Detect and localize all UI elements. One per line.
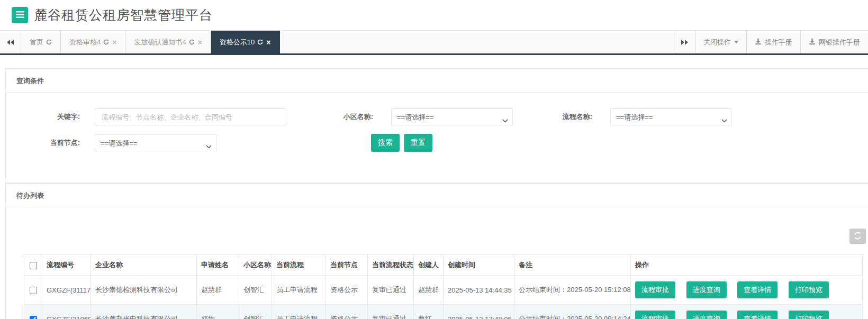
bank-operation-manual-label: 网银操作手册 — [819, 38, 860, 47]
cell-process-status: 复审已通过 — [368, 276, 414, 305]
cell-current-process: 员工申请流程 — [272, 305, 326, 319]
col-remark: 备注 — [514, 255, 631, 276]
col-process-no: 流程编号 — [42, 255, 91, 276]
process-name-select[interactable]: ==请选择== — [610, 108, 732, 125]
select-all-checkbox[interactable] — [30, 262, 37, 269]
cell-current-node: 资格公示 — [326, 276, 368, 305]
query-panel: 查询条件 关键字: 小区名称: ==请选择== 流程名称: ==请选择== — [5, 68, 868, 180]
tab-label: 资格公示10 — [220, 38, 255, 47]
tab-close-icon[interactable]: × — [266, 38, 270, 47]
cell-remark: 公示结束时间：2025-05-20 09:14:24 — [514, 305, 631, 319]
cell-created-at: 2025-05-13 14:44:35 — [444, 276, 514, 305]
table-row: GXGZF(31117) 长沙崇德检测科技有限公司 赵慧群 创智汇 员工申请流程… — [24, 276, 863, 305]
cell-community: 创智汇 — [239, 276, 272, 305]
cell-applicant: 赵慧群 — [197, 276, 239, 305]
tab-label: 首页 — [30, 38, 43, 47]
community-name-label: 小区名称: — [304, 112, 373, 122]
close-operations-label: 关闭操作 — [703, 38, 731, 47]
progress-query-button[interactable]: 进度查询 — [686, 311, 727, 319]
cell-creator: 曹红 — [414, 305, 444, 319]
tab-refresh-icon[interactable] — [257, 39, 263, 45]
current-node-select[interactable]: ==请选择== — [95, 134, 216, 151]
cell-remark: 公示结束时间：2025-05-20 15:12:08 — [514, 276, 631, 305]
cell-company: 长沙崇德检测科技有限公司 — [91, 276, 197, 305]
table-area: 流程编号 企业名称 申请姓名 小区名称 当前流程 当前节点 当前流程状态 创建人… — [6, 254, 868, 319]
caret-down-icon — [734, 41, 738, 43]
progress-query-button[interactable]: 进度查询 — [686, 281, 727, 298]
tab-close-icon[interactable]: × — [198, 38, 202, 47]
keyword-label: 关键字: — [19, 112, 80, 122]
todo-panel-title: 待办列表 — [6, 183, 868, 207]
cell-actions: 流程审批 进度查询 查看详情 打印预览 — [631, 305, 863, 319]
tab-refresh-icon[interactable] — [189, 39, 195, 45]
cell-process-status: 复审已通过 — [368, 305, 414, 319]
community-name-select[interactable]: ==请选择== — [391, 108, 513, 125]
operation-manual-label: 操作手册 — [765, 38, 792, 47]
content-wrapper: 查询条件 关键字: 小区名称: ==请选择== 流程名称: ==请选择== — [0, 55, 868, 319]
row-checkbox[interactable] — [30, 316, 37, 319]
row-checkbox[interactable] — [30, 287, 37, 294]
table-toolbar — [6, 207, 868, 254]
view-details-button[interactable]: 查看详情 — [737, 311, 777, 319]
tab-qualification-publicity[interactable]: 资格公示10 × — [211, 31, 280, 53]
tab-issue-confirmation-notice[interactable]: 发放确认通知书4 × — [125, 31, 211, 53]
col-creator: 创建人 — [414, 255, 444, 276]
tab-refresh-icon[interactable] — [103, 39, 109, 45]
todo-panel: 待办列表 — [5, 183, 868, 319]
table-header-row: 流程编号 企业名称 申请姓名 小区名称 当前流程 当前节点 当前流程状态 创建人… — [24, 255, 863, 276]
query-panel-title: 查询条件 — [6, 68, 868, 93]
cell-creator: 赵慧群 — [414, 276, 444, 305]
cell-actions: 流程审批 进度查询 查看详情 打印预览 — [631, 276, 863, 305]
col-process-status: 当前流程状态 — [368, 255, 414, 276]
process-name-label: 流程名称: — [529, 112, 592, 122]
reset-button[interactable]: 重置 — [404, 134, 432, 152]
print-preview-button[interactable]: 打印预览 — [789, 281, 829, 298]
double-chevron-right-icon — [681, 38, 688, 47]
tabbar-spacer — [280, 31, 674, 53]
table-reload-button[interactable] — [849, 229, 866, 244]
process-approval-button[interactable]: 流程审批 — [635, 281, 675, 298]
refresh-icon — [854, 232, 862, 241]
tab-qualification-review[interactable]: 资格审核4 × — [61, 31, 125, 53]
cell-created-at: 2025-05-12 17:48:05 — [444, 305, 514, 319]
cell-applicant: 邓均 — [197, 305, 239, 319]
tab-close-icon[interactable]: × — [112, 38, 116, 47]
query-form: 关键字: 小区名称: ==请选择== 流程名称: ==请选择== — [6, 93, 868, 180]
print-preview-button[interactable]: 打印预览 — [789, 311, 829, 319]
table-row: GXGZF(31069) 长沙麓邦光电科技有限公司 邓均 创智汇 员工申请流程 … — [24, 305, 863, 319]
cell-current-process: 员工申请流程 — [272, 276, 326, 305]
cell-community: 创智汇 — [239, 305, 272, 319]
cell-company: 长沙麓邦光电科技有限公司 — [91, 305, 197, 319]
col-applicant: 申请姓名 — [197, 255, 239, 276]
todo-table: 流程编号 企业名称 申请姓名 小区名称 当前流程 当前节点 当前流程状态 创建人… — [24, 254, 863, 319]
tab-refresh-icon[interactable] — [46, 39, 52, 45]
col-current-process: 当前流程 — [272, 255, 326, 276]
col-actions: 操作 — [631, 255, 863, 276]
page-title: 麓谷租赁公租房智慧管理平台 — [34, 6, 213, 24]
cell-process-no: GXGZF(31069) — [42, 305, 91, 319]
view-details-button[interactable]: 查看详情 — [737, 281, 777, 298]
hamburger-icon — [16, 11, 24, 20]
operation-manual-button[interactable]: 操作手册 — [746, 31, 800, 53]
current-node-label: 当前节点: — [19, 138, 80, 148]
search-button[interactable]: 搜索 — [371, 134, 400, 152]
bank-operation-manual-button[interactable]: 网银操作手册 — [800, 31, 868, 53]
download-icon — [755, 38, 762, 47]
cell-process-no: GXGZF(31117) — [42, 276, 91, 305]
col-company: 企业名称 — [91, 255, 197, 276]
app-header: 麓谷租赁公租房智慧管理平台 — [0, 0, 868, 30]
tab-bar: 首页 资格审核4 × 发放确认通知书4 × 资格公示10 × 关闭操作 — [0, 30, 868, 55]
tab-label: 资格审核4 — [69, 38, 101, 47]
keyword-input[interactable] — [95, 108, 286, 125]
download-icon — [809, 38, 816, 47]
col-current-node: 当前节点 — [326, 255, 368, 276]
tabs-scroll-left-button[interactable] — [0, 31, 21, 53]
double-chevron-left-icon — [7, 38, 14, 47]
cell-current-node: 资格公示 — [326, 305, 368, 319]
tabs-scroll-right-button[interactable] — [674, 31, 695, 53]
tab-home[interactable]: 首页 — [21, 31, 61, 53]
process-approval-button[interactable]: 流程审批 — [635, 311, 675, 319]
menu-toggle-button[interactable] — [12, 7, 28, 23]
tab-label: 发放确认通知书4 — [134, 38, 186, 47]
close-operations-dropdown[interactable]: 关闭操作 — [695, 31, 746, 53]
